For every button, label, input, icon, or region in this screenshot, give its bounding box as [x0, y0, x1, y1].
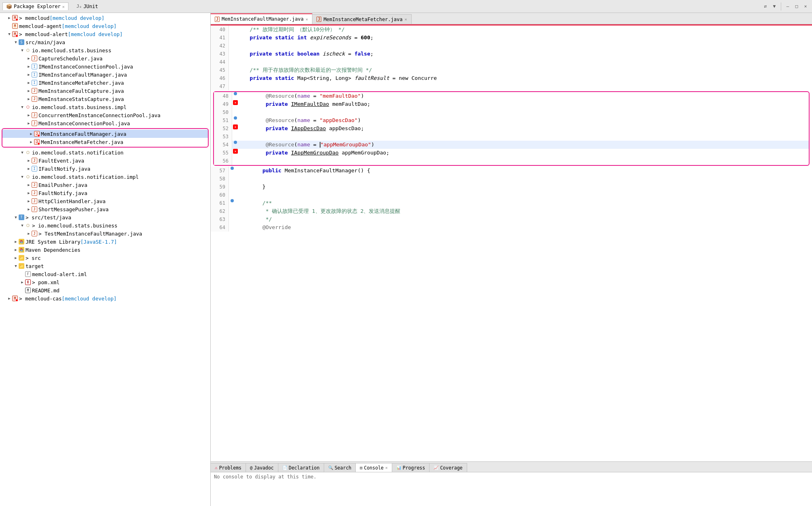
tree-item-concurrent-pool[interactable]: ▶ J ConcurrentMemInstanceConnectionPool.…: [0, 111, 210, 119]
package-icon: ⬡: [25, 47, 31, 53]
close-button[interactable]: ✕: [801, 2, 810, 11]
tab-fault-manager-label: MemInstanceFaultManager.java: [222, 16, 303, 22]
expand-icon: ▼: [13, 214, 19, 220]
junit-icon: Jᵤ: [77, 4, 82, 9]
tree-item-src-test[interactable]: ▼ T > src/test/java: [0, 213, 210, 221]
code-line-60: 60: [211, 191, 812, 199]
maven-icon: 📚: [19, 247, 24, 253]
code-line-59: 59 }: [211, 183, 812, 191]
tree-item-target[interactable]: ▼ 📁 target: [0, 262, 210, 270]
junit-tab[interactable]: Jᵤ JUnit: [73, 3, 101, 10]
tab-javadoc[interactable]: @ Javadoc: [246, 463, 278, 472]
expand-icon: ▼: [19, 174, 25, 180]
tab-java-icon-2: J: [316, 17, 321, 22]
java-file-icon: J: [32, 120, 37, 126]
code-line-46: 46 private static Map<String, Long> faul…: [211, 74, 812, 82]
java-file-icon: J: [32, 190, 37, 196]
tree-item-memcloud[interactable]: ▶ M > memcloud [memcloud develop]: [0, 14, 210, 22]
code-line-58: 58: [211, 175, 812, 183]
tree-item-memcloud-cas[interactable]: ▶ M > memcloud-cas [memcloud develop]: [0, 294, 210, 302]
tree-item-test-fault-manager[interactable]: ▶ J > TestMemInstanceFaultManager.java: [0, 229, 210, 238]
expand-icon: ▶: [26, 158, 32, 163]
tree-item-pom[interactable]: ▶ X > pom.xml: [0, 278, 210, 286]
console-label: Console: [364, 465, 383, 471]
maximize-button[interactable]: □: [793, 2, 801, 11]
tree-item-imem-conn-pool[interactable]: ▶ I IMemInstanceConnectionPool.java: [0, 62, 210, 71]
tree-item-maven[interactable]: ▶ 📚 Maven Dependencies: [0, 246, 210, 254]
tree-item-src[interactable]: ▶ 📁 > src: [0, 254, 210, 262]
javadoc-label: Javadoc: [254, 465, 274, 471]
tab-meta-fetcher[interactable]: J MemInstanceMetaFetcher.java ✕: [312, 14, 411, 24]
tab-close-console[interactable]: ✕: [385, 465, 388, 470]
expand-icon: ▶: [13, 255, 19, 261]
expand-icon: ▼: [6, 31, 12, 37]
tree-item-stats-business-impl[interactable]: ▼ ⬡ io.memcloud.stats.business.impl: [0, 103, 210, 111]
code-line-56: 56: [214, 157, 809, 165]
search-icon: 🔍: [328, 465, 333, 470]
tree-item-email-pusher[interactable]: ▶ J EmailPusher.java: [0, 181, 210, 189]
project-icon: M: [12, 15, 18, 21]
code-line-47: 47: [211, 82, 812, 90]
tree-item-ifault-notify[interactable]: ▶ I IFaultNotify.java: [0, 165, 210, 173]
tab-close-fault-manager[interactable]: ✕: [306, 17, 308, 21]
left-panel: ▶ M > memcloud [memcloud develop] M memc…: [0, 13, 211, 506]
file-icon: F: [25, 271, 31, 277]
tree-container[interactable]: ▶ M > memcloud [memcloud develop] M memc…: [0, 13, 210, 506]
tree-item-memcloud-alert[interactable]: ▼ M > memcloud-alert [memcloud develop]: [0, 30, 210, 38]
tree-item-jre[interactable]: ▶ 📚 JRE System Library [JavaSE-1.7]: [0, 238, 210, 246]
tree-item-http-client[interactable]: ▶ J HttpClientHandler.java: [0, 197, 210, 205]
expand-icon: ▶: [26, 56, 32, 61]
tree-item-iml[interactable]: F memcloud-alert.iml: [0, 270, 210, 278]
tree-item-readme[interactable]: M README.md: [0, 286, 210, 294]
tree-item-stats-business[interactable]: ▼ ⬡ io.memcloud.stats.business: [0, 46, 210, 54]
expand-icon: ▼: [13, 39, 19, 45]
code-line-48: 48 @Resource(name = "memFaultDao"): [214, 92, 809, 100]
tree-item-imem-meta-fetcher[interactable]: ▶ I IMemInstanceMetaFetcher.java: [0, 79, 210, 87]
package-explorer-tab[interactable]: 📦 Package Explorer ✕: [2, 2, 68, 10]
tree-item-fault-manager[interactable]: ▶ J MemInstanceFaultManager.java: [2, 130, 208, 138]
tab-search[interactable]: 🔍 Search: [324, 463, 356, 472]
tree-item-meta-fetcher[interactable]: ▶ J MemInstanceMetaFetcher.java: [2, 138, 208, 146]
console-text: No console to display at this time.: [214, 474, 316, 480]
package-explorer-icon: 📦: [6, 4, 12, 9]
tree-item-notification-impl[interactable]: ▼ ⬡ io.memcloud.stats.notification.impl: [0, 173, 210, 181]
tree-item-test-business[interactable]: ▼ ⬡ > io.memcloud.stats.business: [0, 221, 210, 229]
tree-item-mem-conn-pool[interactable]: ▶ J MemInstanceConnectionPool.java: [0, 119, 210, 127]
tree-item-memcloud-agent[interactable]: M memcloud-agent [memcloud develop]: [0, 22, 210, 30]
tree-item-capture-scheduler[interactable]: ▶ J CaptureScheduler.java: [0, 54, 210, 62]
tree-item-fault-event[interactable]: ▶ J FaultEvent.java: [0, 157, 210, 165]
tab-close-icon[interactable]: ✕: [62, 4, 65, 9]
console-content: No console to display at this time.: [211, 472, 812, 506]
tab-progress[interactable]: 📊 Progress: [392, 463, 430, 472]
pink-selection-box: ▶ J MemInstanceFaultManager.java ▶ J Mem…: [2, 128, 209, 148]
tree-item-fault-capture[interactable]: ▶ J MemInstanceFaultCapture.java: [0, 87, 210, 95]
tab-coverage[interactable]: 📈 Coverage: [430, 463, 467, 472]
tab-console[interactable]: ▤ Console ✕: [356, 463, 392, 472]
minimize-button[interactable]: —: [784, 2, 792, 11]
tab-declaration[interactable]: 📄 Declaration: [278, 463, 324, 472]
code-line-51: 51 @Resource(name = "appDescDao"): [214, 116, 809, 124]
declaration-icon: 📄: [282, 465, 287, 470]
java-file-icon: J: [32, 112, 37, 118]
java-file-icon: J: [32, 158, 37, 163]
collapse-button[interactable]: ▼: [770, 2, 778, 11]
tree-item-fault-notify[interactable]: ▶ J FaultNotify.java: [0, 189, 210, 197]
tree-item-imem-fault-mgr[interactable]: ▶ I IMemInstanceFaultManager.java: [0, 71, 210, 79]
tab-problems[interactable]: ⚠ Problems: [211, 463, 246, 472]
src-folder-icon: S: [19, 39, 24, 45]
tree-item-src-main[interactable]: ▼ S src/main/java: [0, 38, 210, 46]
sync-button[interactable]: ⇄: [761, 2, 769, 11]
tab-fault-manager[interactable]: J MemInstanceFaultManager.java ✕: [211, 13, 312, 24]
expand-icon: ▶: [6, 296, 12, 301]
tree-item-short-msg-pusher[interactable]: ▶ J ShortMessagePusher.java: [0, 205, 210, 213]
tree-item-stats-notification[interactable]: ▼ ⬡ io.memcloud.stats.notification: [0, 148, 210, 157]
code-editor[interactable]: 40 /** 故障过期时间 （默认10分钟） */ 41 private sta…: [211, 24, 812, 461]
expand-icon: ▶: [6, 15, 12, 21]
xml-icon: X: [25, 279, 31, 285]
console-icon: ▤: [360, 465, 362, 470]
java-interface-icon: I: [32, 80, 37, 86]
tab-close-meta-fetcher[interactable]: ✕: [404, 17, 407, 21]
java-file-icon: J: [32, 56, 37, 61]
tree-item-stats-capture[interactable]: ▶ J MemInstanceStatsCapture.java: [0, 95, 210, 103]
expand-icon: ▶: [19, 279, 25, 285]
